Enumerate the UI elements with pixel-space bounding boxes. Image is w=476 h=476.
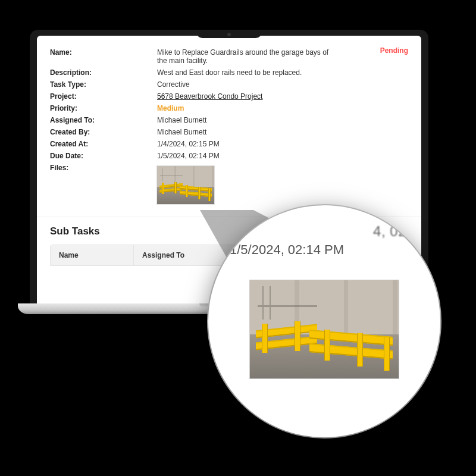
value-name: Mike to Replace Guardrails around the ga… bbox=[157, 48, 330, 65]
label-created-at: Created At: bbox=[50, 140, 157, 148]
file-attachment-thumbnail[interactable] bbox=[157, 166, 214, 204]
label-files: Files: bbox=[50, 164, 157, 172]
guardrail-photo-icon bbox=[250, 280, 399, 378]
value-assigned-to: Michael Burnett bbox=[157, 116, 408, 124]
value-files bbox=[157, 164, 408, 204]
value-description: West and East door rails need to be repl… bbox=[157, 68, 408, 77]
field-priority: Priority: Medium bbox=[50, 102, 408, 114]
field-description: Description: West and East door rails ne… bbox=[50, 67, 408, 79]
label-name: Name: bbox=[50, 48, 157, 57]
value-created-by: Michael Burnett bbox=[157, 128, 408, 136]
project-link[interactable]: 5678 Beaverbrook Condo Project bbox=[157, 92, 262, 101]
label-due-date: Due Date: bbox=[50, 152, 157, 160]
column-header-name[interactable]: Name bbox=[51, 245, 134, 265]
zoom-file-thumbnail[interactable] bbox=[250, 280, 399, 378]
guardrail-photo-icon bbox=[157, 166, 214, 204]
value-priority: Medium bbox=[157, 104, 408, 112]
field-created-at: Created At: 1/4/2024, 02:15 PM bbox=[50, 138, 408, 150]
value-due-date: 1/5/2024, 02:14 PM bbox=[157, 152, 408, 160]
status-badge: Pending bbox=[380, 46, 408, 55]
value-created-at: 1/4/2024, 02:15 PM bbox=[157, 140, 408, 148]
value-project[interactable]: 5678 Beaverbrook Condo Project bbox=[157, 92, 408, 101]
zoom-created-at-fragment: 4, 02:1 bbox=[230, 223, 419, 240]
task-detail-card: Name: Mike to Replace Guardrails around … bbox=[37, 36, 421, 212]
label-created-by: Created By: bbox=[50, 128, 157, 136]
field-task-type: Task Type: Corrective bbox=[50, 79, 408, 90]
field-name: Name: Mike to Replace Guardrails around … bbox=[50, 46, 408, 67]
value-task-type: Corrective bbox=[157, 80, 408, 89]
field-files: Files: bbox=[50, 162, 408, 206]
label-priority: Priority: bbox=[50, 104, 157, 112]
label-task-type: Task Type: bbox=[50, 80, 157, 89]
field-project: Project: 5678 Beaverbrook Condo Project bbox=[50, 90, 408, 102]
label-project: Project: bbox=[50, 92, 157, 101]
label-description: Description: bbox=[50, 68, 157, 77]
label-assigned-to: Assigned To: bbox=[50, 116, 157, 124]
field-created-by: Created By: Michael Burnett bbox=[50, 126, 408, 138]
zoom-due-date: 1/5/2024, 02:14 PM bbox=[230, 242, 419, 258]
laptop-notch bbox=[196, 30, 262, 38]
field-due-date: Due Date: 1/5/2024, 02:14 PM bbox=[50, 150, 408, 162]
magnifier-callout: 4, 02:1 1/5/2024, 02:14 PM bbox=[208, 205, 440, 437]
field-assigned-to: Assigned To: Michael Burnett bbox=[50, 114, 408, 126]
